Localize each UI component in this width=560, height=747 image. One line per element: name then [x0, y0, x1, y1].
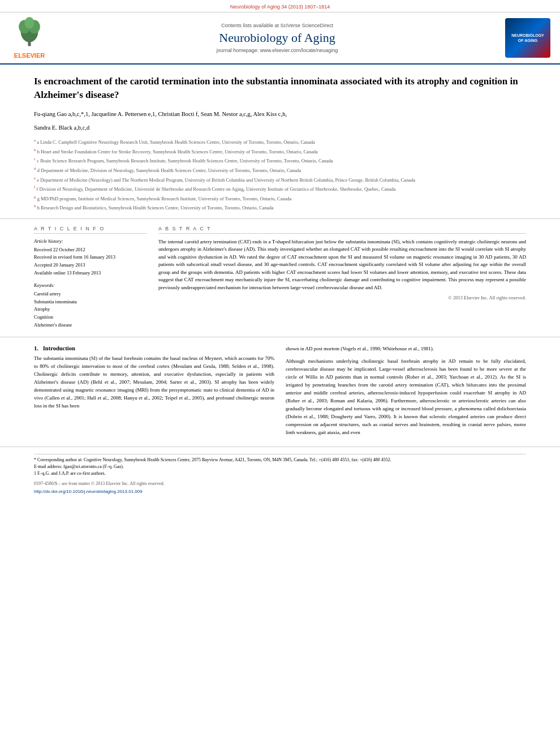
journal-reference: Neurobiology of Aging 34 (2013) 1807–181… — [230, 4, 330, 10]
journal-header: ELSEVIER Contents lists available at Sci… — [0, 12, 560, 65]
authors-line1: Fu-qiang Gao a,b,c,*,1, Jacqueline A. Pe… — [34, 110, 526, 119]
affiliation-b: b b Heart and Stroke Foundation Centre f… — [34, 147, 526, 156]
keywords-label: Keywords: — [34, 282, 147, 288]
article-title-area: Is encroachment of the carotid terminati… — [0, 65, 560, 219]
keyword-4: Cognition — [34, 314, 147, 321]
article-info-heading: A R T I C L E I N F O — [34, 226, 147, 234]
logo-box-text: NEUROBIOLOGYOF AGING — [511, 33, 544, 43]
footer-area: * Corresponding author at: Cognitive Neu… — [0, 447, 560, 499]
article-info-abstract-section: A R T I C L E I N F O Article history: R… — [0, 219, 560, 337]
affiliation-g: g g MD/PhD program, Institute of Medical… — [34, 194, 526, 203]
article-info-col: A R T I C L E I N F O Article history: R… — [34, 226, 147, 329]
journal-title: Neurobiology of Aging — [219, 31, 335, 45]
available-date: Available online 13 February 2013 — [34, 269, 147, 277]
article-history-label: Article history: — [34, 238, 147, 244]
affiliation-d: d d Department of Medicine, Division of … — [34, 166, 526, 174]
svg-point-4 — [24, 17, 34, 29]
doi-link[interactable]: http://dx.doi.org/10.1016/j.neurobiolagi… — [34, 489, 526, 494]
body-right-col: shown in AD post mortem (Vogels et al., … — [286, 345, 526, 441]
email-note: E-mail address: fgao@sri.utoronto.ca (F.… — [34, 463, 526, 470]
journal-logo-box: NEUROBIOLOGYOF AGING — [505, 18, 550, 58]
issn-note: 0197-4580/$ – see front matter © 2013 El… — [34, 480, 526, 487]
elsevier-logo: ELSEVIER — [7, 17, 52, 59]
section-title-text: Introduction — [43, 345, 75, 351]
footer-divider — [34, 454, 526, 454]
keyword-2: Substantia innominata — [34, 298, 147, 306]
affiliation-h: h h Research Design and Biostatistics, S… — [34, 203, 526, 212]
corresponding-text: * Corresponding author at: Cognitive Neu… — [34, 457, 391, 462]
affiliation-c: c c Brain Science Research Program, Sunn… — [34, 156, 526, 165]
affiliation-e: e e Department of Medicine (Neurology) a… — [34, 175, 526, 184]
page: Neurobiology of Aging 34 (2013) 1807–181… — [0, 0, 560, 747]
intro-paragraph-1: The substantia innominata (SI) of the ba… — [34, 355, 274, 410]
body-left-col: 1. Introduction The substantia innominat… — [34, 345, 274, 441]
keyword-1: Carotid artery — [34, 290, 147, 298]
keyword-3: Atrophy — [34, 306, 147, 314]
journal-logo-right: NEUROBIOLOGYOF AGING — [502, 17, 553, 59]
received-date: Received 22 October 2012 — [34, 246, 147, 254]
affiliation-a: a a Linda C. Campbell Cognitive Neurolog… — [34, 138, 526, 146]
article-title: Is encroachment of the carotid terminati… — [34, 75, 526, 102]
section-number: 1. — [34, 345, 38, 351]
intro-section-title: 1. Introduction — [34, 345, 274, 351]
body-section: 1. Introduction The substantia innominat… — [0, 337, 560, 441]
authors-text-2: Sandra E. Black a,b,c,d — [34, 124, 89, 131]
elsevier-tree-icon — [12, 17, 46, 51]
top-bar: Neurobiology of Aging 34 (2013) 1807–181… — [0, 0, 560, 12]
intro-paragraph-shown: shown in AD post mortem (Vogels et al., … — [286, 345, 526, 353]
corresponding-note: * Corresponding author at: Cognitive Neu… — [34, 457, 526, 463]
abstract-heading: A B S T R A C T — [158, 226, 526, 234]
accepted-date: Accepted 20 January 2013 — [34, 261, 147, 269]
sciverse-line: Contents lists available at SciVerse Sci… — [221, 23, 333, 28]
journal-title-block: Contents lists available at SciVerse Sci… — [58, 17, 497, 59]
abstract-col: A B S T R A C T The internal carotid art… — [158, 226, 526, 329]
revised-date: Received in revised form 16 January 2013 — [34, 254, 147, 261]
authors-text-1: Fu-qiang Gao a,b,c,*,1, Jacqueline A. Pe… — [34, 111, 287, 117]
intro-paragraph-2: Although mechanisms underlying cholinerg… — [286, 358, 526, 436]
email-text: E-mail address: fgao@sri.utoronto.ca (F.… — [34, 464, 124, 469]
authors-line2: Sandra E. Black a,b,c,d — [34, 123, 526, 133]
cofirst-note: 1 F.-q.G. and J.A.P. are co-first author… — [34, 470, 526, 477]
copyright-line: © 2013 Elsevier Inc. All rights reserved… — [158, 295, 526, 300]
journal-homepage: journal homepage: www.elsevier.com/locat… — [217, 48, 338, 53]
keyword-5: Alzheimer's disease — [34, 321, 147, 329]
cofirst-text: 1 F.-q.G. and J.A.P. are co-first author… — [34, 471, 106, 476]
abstract-text: The internal carotid artery termination … — [158, 238, 526, 292]
elsevier-brand-text: ELSEVIER — [14, 52, 45, 59]
affiliation-f: f f Division of Neurology, Department of… — [34, 184, 526, 193]
